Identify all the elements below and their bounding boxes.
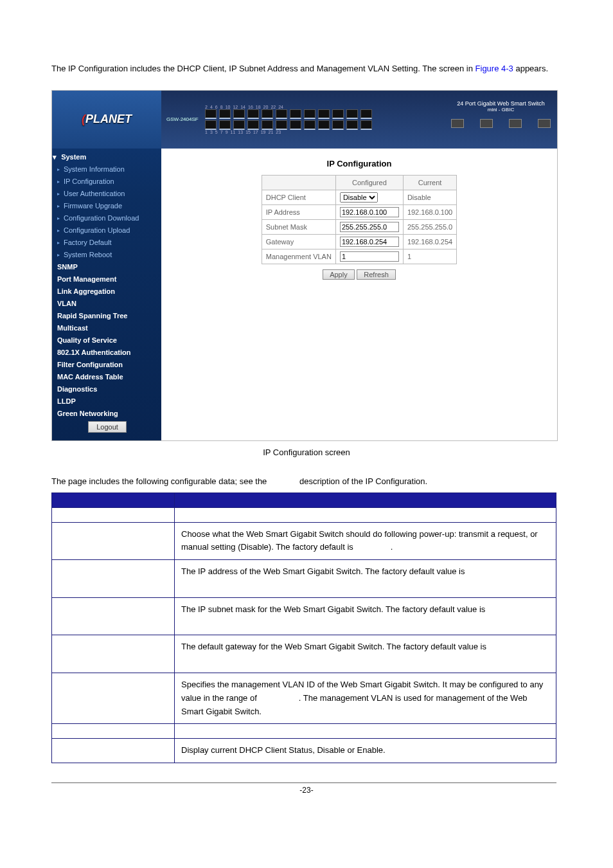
gw-input[interactable]	[340, 237, 399, 247]
menu-user-auth[interactable]: User Authentication	[52, 188, 161, 200]
model-label: GSW-2404SF	[161, 116, 205, 122]
config-table: Configured Current DHCP Client Disable D…	[262, 175, 457, 264]
menu-rstp[interactable]: Rapid Spanning Tree	[52, 310, 161, 322]
intro-paragraph: The IP Configuration includes the DHCP C…	[51, 60, 562, 78]
menu-system[interactable]: ▾ System	[52, 151, 161, 163]
menu-qos[interactable]: Quality of Service	[52, 334, 161, 347]
menu-factory-default[interactable]: Factory Default	[52, 237, 161, 249]
menu-firmware[interactable]: Firmware Upgrade	[52, 200, 161, 212]
menu-vlan[interactable]: VLAN	[52, 298, 161, 310]
ip-input[interactable]	[340, 207, 399, 217]
header-sub: mini - GBIC	[451, 107, 551, 113]
menu-system-info[interactable]: System Information	[52, 163, 161, 176]
ports-bottom-labels: 1 3 5 7 9 11 13 15 17 19 21 23	[205, 130, 372, 134]
menu-multicast[interactable]: Multicast	[52, 322, 161, 334]
menu-mac[interactable]: MAC Address Table	[52, 371, 161, 383]
menu-system-reboot[interactable]: System Reboot	[52, 249, 161, 261]
footer-divider	[51, 782, 556, 783]
ports-top-row	[205, 109, 372, 119]
desc-subheader-row	[52, 507, 556, 522]
figure-link[interactable]: Figure 4-3	[475, 64, 513, 73]
menu-config-download[interactable]: Configuration Download	[52, 212, 161, 224]
main-area: GSW-2404SF 2 4 6 8 10 12 14 16 18 20 22 …	[161, 91, 557, 440]
menu-config-upload[interactable]: Configuration Upload	[52, 224, 161, 237]
menu-diag[interactable]: Diagnostics	[52, 383, 161, 395]
row-vlan-label: Managenment VLAN	[262, 249, 335, 264]
vlan-current: 1	[403, 249, 456, 264]
gbic-slot-icon	[509, 119, 522, 128]
dhcp-select[interactable]: Disable	[340, 192, 378, 203]
gbic-slots	[451, 119, 551, 128]
desc-header-row	[52, 493, 556, 507]
figure-caption: IP Configuration screen	[51, 448, 562, 457]
brand-text: PLANET	[85, 113, 132, 125]
desc-row-vlan: Specifies the management VLAN ID of the …	[52, 673, 556, 723]
row-dhcp-label: DHCP Client	[262, 190, 335, 204]
page-number: -23-	[51, 786, 562, 795]
row-mask-label: Subnet Mask	[262, 219, 335, 234]
row-gw-label: Gateway	[262, 234, 335, 249]
desc-row-gw: The default gateway for the Web Smart Gi…	[52, 635, 556, 673]
dhcp-current: Disable	[403, 190, 456, 204]
menu-green[interactable]: Green Networking	[52, 408, 161, 420]
port-icon	[205, 109, 217, 119]
description-table: Choose what the Web Smart Gigabit Switch…	[51, 493, 556, 764]
desc-subheader-row-2	[52, 724, 556, 739]
col-configured: Configured	[335, 175, 403, 190]
brand-logo: (PLANET	[52, 91, 161, 149]
mid-paragraph: The page includes the following configur…	[51, 476, 562, 486]
desc-row-ip: The IP address of the Web Smart Gigabit …	[52, 560, 556, 598]
desc-row-dhcp: Choose what the Web Smart Gigabit Switch…	[52, 522, 556, 560]
panel-title: IP Configuration	[168, 159, 551, 168]
refresh-button[interactable]: Refresh	[357, 269, 396, 280]
logout-button[interactable]: Logout	[88, 421, 127, 433]
intro-text-a: The IP Configuration includes the DHCP C…	[51, 64, 475, 73]
menu-snmp[interactable]: SNMP	[52, 261, 161, 273]
config-panel: IP Configuration Configured Current DHCP…	[161, 149, 557, 293]
row-ip-label: IP Address	[262, 204, 335, 219]
menu-8021x[interactable]: 802.1X Authentication	[52, 347, 161, 359]
gbic-slot-icon	[538, 119, 551, 128]
desc-row-mask: The IP subnet mask for the Web Smart Gig…	[52, 597, 556, 635]
menu-filter[interactable]: Filter Configuration	[52, 359, 161, 371]
menu-port-mgmt[interactable]: Port Management	[52, 273, 161, 285]
ports-bottom-row	[205, 120, 372, 130]
apply-button[interactable]: Apply	[323, 269, 355, 280]
menu-lldp[interactable]: LLDP	[52, 395, 161, 408]
col-current: Current	[403, 175, 456, 190]
header-title: 24 Port Gigabit Web Smart Switch	[451, 100, 551, 107]
menu-ip-config[interactable]: IP Configuration	[52, 176, 161, 188]
router-screenshot: (PLANET ▾ System System Information IP C…	[51, 90, 558, 441]
gw-current: 192.168.0.254	[403, 234, 456, 249]
menu-link-agg[interactable]: Link Aggregation	[52, 285, 161, 298]
mask-input[interactable]	[340, 222, 399, 232]
gbic-slot-icon	[480, 119, 493, 128]
sidebar: (PLANET ▾ System System Information IP C…	[52, 91, 161, 440]
ip-current: 192.168.0.100	[403, 204, 456, 219]
vlan-input[interactable]	[340, 251, 399, 262]
nav-menu: ▾ System System Information IP Configura…	[52, 149, 161, 440]
gbic-slot-icon	[451, 119, 464, 128]
desc-row-current-dhcp: Display current DHCP Client Status, Disa…	[52, 739, 556, 763]
switch-header: GSW-2404SF 2 4 6 8 10 12 14 16 18 20 22 …	[161, 91, 557, 149]
intro-text-b: appears.	[515, 64, 548, 73]
header-right: 24 Port Gigabit Web Smart Switch mini - …	[451, 100, 551, 128]
mask-current: 255.255.255.0	[403, 219, 456, 234]
ports-top-labels: 2 4 6 8 10 12 14 16 18 20 22 24	[205, 105, 372, 109]
